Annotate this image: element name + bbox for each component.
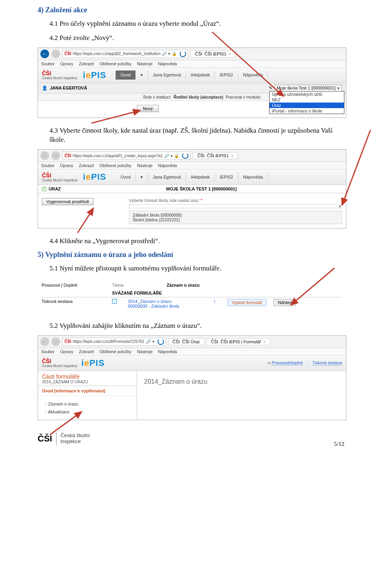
module-item[interactable]: iPortal - informace o škole	[270, 108, 344, 114]
menu-item[interactable]: Nástroje	[137, 61, 152, 66]
ie-menubar[interactable]: Soubor Úpravy Zobrazit Oblíbené položky …	[38, 162, 346, 169]
tab-title: ČŠI iEPIS1	[207, 153, 229, 158]
breadcrumb-2[interactable]: Tisková sestava	[312, 360, 342, 365]
csi-logo: ČŠI	[42, 70, 78, 76]
module-item[interactable]: Správa uživatelských účtů	[270, 91, 344, 97]
menu-item[interactable]: Nápověda	[158, 349, 177, 354]
role-value: Ředitel školy (akceptace)	[174, 95, 223, 99]
nav-uvod[interactable]: Úvod	[116, 173, 136, 182]
form-sublink[interactable]: 00000000 - Základní škola	[128, 304, 179, 308]
form-link[interactable]: 2014_Záznam o úrazu	[128, 299, 171, 304]
menu-item[interactable]: Soubor	[41, 349, 55, 354]
menu-item[interactable]: Soubor	[41, 61, 55, 66]
sidebar-item-aktualizace[interactable]: Aktualizace	[38, 408, 137, 416]
menu-item[interactable]: Zobrazit	[79, 163, 94, 168]
p-5-1: 5.1 Nyní můžete přistoupit k samotnému v…	[49, 264, 348, 273]
menu-item[interactable]: Úpravy	[60, 163, 73, 168]
back-icon[interactable]: ←	[40, 49, 49, 58]
browser-tab-2[interactable]: ČŠI ČŠI iEPIS | Formulář ×	[207, 338, 270, 345]
nav-ihelpdesk[interactable]: iHelpdesk	[186, 173, 215, 182]
nav-uvod[interactable]: Úvod	[116, 70, 136, 80]
menu-item[interactable]: Nápověda	[158, 163, 177, 168]
menu-item[interactable]: Úpravy	[60, 349, 73, 354]
form-page-title: 2014_Záznam o úrazu	[137, 371, 346, 420]
nav-chevron[interactable]: ▾	[136, 70, 148, 80]
nav-ihelpdesk[interactable]: iHelpdesk	[186, 70, 215, 80]
menu-item[interactable]: Zobrazit	[79, 61, 94, 66]
footer: ČŠI Česká školní inspekce	[38, 432, 348, 445]
p-5-2: 5.2 Vyplňování zahájíte kliknutím na „Zá…	[49, 321, 348, 331]
nav-iepis2[interactable]: iEPIS2	[215, 173, 238, 182]
browser-tab[interactable]: ČŠI ČŠI iEPIS1 ×	[193, 152, 238, 159]
back-icon[interactable]: ←	[40, 337, 49, 346]
menu-item[interactable]: Soubor	[41, 163, 55, 168]
forward-icon[interactable]: →	[51, 337, 60, 346]
chevron-down-icon[interactable]: ▾	[339, 204, 341, 209]
back-icon[interactable]: ←	[40, 151, 49, 160]
nav-napoveda[interactable]: Nápověda	[238, 173, 268, 182]
menu-item[interactable]: Oblíbené položky	[99, 349, 131, 354]
sidebar-title: Části formuláře	[38, 371, 137, 380]
tiskova-sestava[interactable]: Tisková sestava	[42, 299, 105, 304]
module-item-uraz[interactable]: Úraz	[270, 103, 344, 108]
activity-option[interactable]: Základní škola (00000000)	[133, 213, 338, 217]
address-bar[interactable]: ČŠI https://iepis.csicr.cz/uift/Formular…	[63, 338, 166, 346]
refresh-icon[interactable]	[158, 339, 164, 345]
school-select[interactable]: Moje škola Test 1 [000000001] ∨	[275, 85, 342, 91]
forward-icon[interactable]: →	[51, 49, 60, 58]
heading-5: 5) Vyplnění záznamu o úrazu a jeho odesl…	[38, 251, 348, 259]
ie-menubar[interactable]: Soubor Úpravy Zobrazit Oblíbené položky …	[38, 348, 346, 356]
info-icon[interactable]: i	[214, 299, 220, 304]
close-icon[interactable]: ×	[229, 51, 231, 56]
nav-user[interactable]: Jana Egertová	[148, 173, 186, 182]
url-text: https://iepis.csicr.cz/app/j02_framework…	[73, 51, 161, 56]
forward-icon[interactable]: →	[51, 151, 60, 160]
module-menu[interactable]: Správa uživatelských účtů NEZ Úraz iPort…	[269, 91, 344, 114]
new-button[interactable]: Nový	[137, 105, 159, 112]
search-icon: 🔎	[164, 154, 169, 158]
sidebar-item-zaznam[interactable]: Záznam o úrazu	[38, 400, 137, 408]
site-favicon-icon: ČŠI	[197, 153, 204, 158]
nav-napoveda[interactable]: Nápověda	[238, 70, 268, 80]
nav-iepis2[interactable]: iEPIS2	[215, 70, 238, 80]
module-item[interactable]: NEZ	[270, 97, 344, 103]
choose-label: Vyberte činnost školy, kde nastal úraz:	[129, 198, 200, 203]
menu-item[interactable]: Oblíbené položky	[99, 61, 131, 66]
browser-tab[interactable]: ČŠI ČŠI iEPIS1 ×	[190, 50, 236, 57]
footer-line-1: Česká školní	[61, 433, 90, 438]
nav-chevron[interactable]: ▾	[136, 173, 148, 182]
activity-option[interactable]: Školní jídelna (22222222)	[133, 217, 338, 222]
screenshot-2: ← → ČŠI https://iepis.csicr.cz/app/a01_c…	[38, 149, 346, 228]
menu-item[interactable]: Zobrazit	[79, 349, 94, 354]
generate-button[interactable]: Vygenerovat prostředí	[42, 198, 93, 205]
screenshot-4: ← → ČŠI https://iepis.csicr.cz/uift/Form…	[38, 335, 346, 420]
nav-user[interactable]: Jana Egertová	[148, 70, 186, 80]
browser-tab-1[interactable]: ČŠI ČŠI Úraz	[168, 338, 204, 345]
activity-list[interactable]: Základní škola (00000000) Školní jídelna…	[129, 211, 342, 224]
address-bar[interactable]: ČŠI https://iepis.csicr.cz/app/j02_frame…	[63, 50, 188, 58]
vyplnit-button[interactable]: Vyplnit formulář	[228, 299, 266, 306]
address-bar[interactable]: ČŠI https://iepis.csicr.cz/app/a01_creat…	[63, 152, 190, 160]
menu-item[interactable]: Nástroje	[137, 349, 152, 354]
tab-title: ČŠI iEPIS | Formulář	[220, 339, 261, 344]
site-favicon-icon: ČŠI	[65, 51, 71, 56]
menu-item[interactable]: Úpravy	[60, 61, 73, 66]
role-label: Role v instituci:	[143, 95, 171, 99]
posunout-doplnit[interactable]: Posunout | Doplnit	[42, 283, 105, 287]
menu-item[interactable]: Nástroje	[137, 163, 152, 168]
site-favicon-icon: ČŠI	[65, 339, 71, 344]
refresh-icon[interactable]	[182, 152, 188, 159]
site-favicon-icon: ČŠI	[173, 339, 180, 344]
ie-menubar[interactable]: Soubor Úpravy Zobrazit Oblíbené položky …	[38, 60, 346, 68]
nahled-button[interactable]: Náhled	[274, 299, 296, 306]
menu-item[interactable]: Nápověda	[158, 61, 177, 66]
close-icon[interactable]: ×	[231, 153, 234, 158]
footer-line-2: inspekce	[61, 439, 90, 444]
refresh-icon[interactable]	[180, 51, 186, 57]
sidebar-section-uvod[interactable]: Úvod (informace k vyplňování)	[38, 386, 137, 396]
close-icon[interactable]: ×	[263, 339, 266, 344]
breadcrumb-1[interactable]: Posunout/doplnit	[272, 360, 302, 365]
p-4-2: 4.2 Poté zvolte „Nový“.	[49, 33, 348, 43]
menu-item[interactable]: Oblíbené položky	[99, 163, 131, 168]
site-favicon-icon: ČŠI	[65, 154, 71, 158]
